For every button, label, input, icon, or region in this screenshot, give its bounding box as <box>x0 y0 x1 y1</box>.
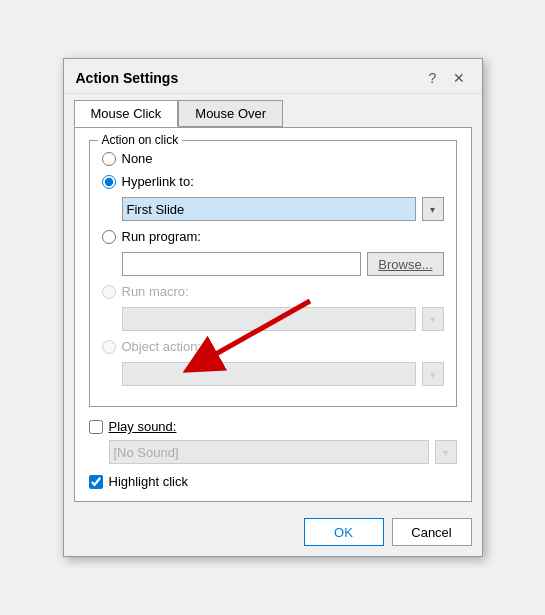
content-area: Action on click None Hyperlink to: First… <box>74 127 472 502</box>
play-sound-dropdown-row: [No Sound] ▾ <box>109 440 457 464</box>
run-macro-option-row: Run macro: <box>102 284 444 299</box>
play-sound-dropdown-arrow[interactable]: ▾ <box>435 440 457 464</box>
highlight-click-checkbox[interactable] <box>89 475 103 489</box>
hyperlink-option-row: Hyperlink to: <box>102 174 444 189</box>
run-macro-radio[interactable] <box>102 285 116 299</box>
browse-button[interactable]: Browse... <box>367 252 443 276</box>
highlight-click-label: Highlight click <box>109 474 188 489</box>
run-program-input-row: Browse... <box>122 252 444 276</box>
help-icon[interactable]: ? <box>422 67 444 89</box>
tabs-container: Mouse Click Mouse Over <box>64 94 482 127</box>
close-icon[interactable]: ✕ <box>448 67 470 89</box>
ok-button[interactable]: OK <box>304 518 384 546</box>
play-sound-checkbox[interactable] <box>89 420 103 434</box>
object-action-radio[interactable] <box>102 340 116 354</box>
run-macro-dropdown <box>122 307 416 331</box>
play-sound-label: Play sound: <box>109 419 177 434</box>
run-program-input[interactable] <box>122 252 362 276</box>
run-macro-label: Run macro: <box>122 284 189 299</box>
run-program-radio[interactable] <box>102 230 116 244</box>
action-on-click-group: Action on click None Hyperlink to: First… <box>89 140 457 407</box>
dialog-title: Action Settings <box>76 70 179 86</box>
none-label: None <box>122 151 153 166</box>
title-bar-icons: ? ✕ <box>422 67 470 89</box>
play-sound-dropdown[interactable]: [No Sound] <box>109 440 429 464</box>
footer: OK Cancel <box>64 512 482 556</box>
none-radio[interactable] <box>102 152 116 166</box>
hyperlink-radio[interactable] <box>102 175 116 189</box>
highlight-click-row: Highlight click <box>89 474 457 489</box>
cancel-button[interactable]: Cancel <box>392 518 472 546</box>
none-option-row: None <box>102 151 444 166</box>
run-program-option-row: Run program: <box>102 229 444 244</box>
tab-mouse-click[interactable]: Mouse Click <box>74 100 179 127</box>
object-action-dropdown <box>122 362 416 386</box>
object-action-option-row: Object action: <box>102 339 444 354</box>
run-macro-dropdown-arrow: ▾ <box>422 307 444 331</box>
run-macro-dropdown-row: ▾ <box>122 307 444 331</box>
group-label: Action on click <box>98 133 183 147</box>
object-action-label: Object action: <box>122 339 202 354</box>
title-bar: Action Settings ? ✕ <box>64 59 482 94</box>
hyperlink-dropdown-arrow[interactable]: ▾ <box>422 197 444 221</box>
play-sound-row: Play sound: <box>89 419 457 434</box>
tab-mouse-over[interactable]: Mouse Over <box>178 100 283 127</box>
hyperlink-label: Hyperlink to: <box>122 174 194 189</box>
action-settings-dialog: Action Settings ? ✕ Mouse Click Mouse Ov… <box>63 58 483 557</box>
object-action-dropdown-arrow: ▾ <box>422 362 444 386</box>
hyperlink-dropdown[interactable]: First Slide <box>122 197 416 221</box>
hyperlink-dropdown-row: First Slide ▾ <box>122 197 444 221</box>
object-action-dropdown-row: ▾ <box>122 362 444 386</box>
run-program-label: Run program: <box>122 229 201 244</box>
